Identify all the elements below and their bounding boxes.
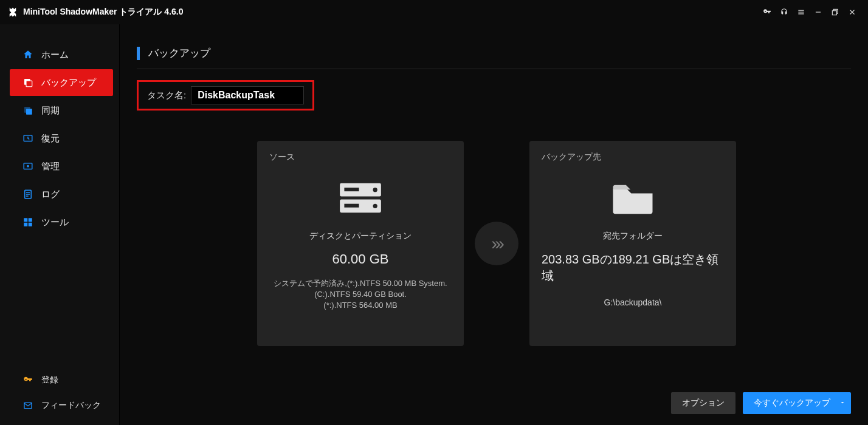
- cards-row: ソース ディスクとパーティション 60.00 GB システムで予約済み,(*:)…: [137, 141, 851, 346]
- svg-rect-2: [832, 11, 836, 15]
- tools-icon: [22, 216, 34, 228]
- app-title: MiniTool ShadowMaker トライアル 4.6.0: [23, 7, 183, 18]
- destination-path: G:\backupdata\: [604, 298, 662, 307]
- backup-now-button[interactable]: 今すぐバックアップ: [743, 392, 851, 414]
- sidebar-item-label: バックアップ: [41, 77, 96, 89]
- footer-buttons: オプション 今すぐバックアップ: [671, 392, 851, 414]
- manage-icon: [22, 160, 34, 172]
- source-subtitle: ディスクとパーティション: [309, 231, 412, 242]
- svg-point-18: [373, 188, 377, 192]
- sidebar-item-sync[interactable]: 同期: [10, 97, 113, 124]
- app-logo-icon: [7, 7, 18, 18]
- home-icon: [22, 49, 34, 61]
- svg-rect-12: [29, 218, 32, 222]
- sidebar-item-label: ログ: [41, 189, 60, 200]
- backup-now-label: 今すぐバックアップ: [754, 398, 830, 409]
- destination-header: バックアップ先: [542, 152, 601, 163]
- sidebar-item-log[interactable]: ログ: [10, 181, 113, 208]
- minimize-icon[interactable]: [810, 4, 827, 21]
- folder-icon: [608, 177, 657, 219]
- sidebar-item-label: フィードバック: [41, 400, 101, 411]
- svg-rect-4: [26, 81, 32, 87]
- destination-card[interactable]: バックアップ先 宛先フォルダー 203.83 GBの189.21 GBは空き領域…: [529, 141, 736, 346]
- key-icon: [22, 374, 34, 386]
- mail-icon: [22, 399, 34, 412]
- svg-point-20: [373, 204, 377, 208]
- sync-icon: [22, 104, 34, 117]
- disk-icon: [336, 177, 385, 219]
- options-button-label: オプション: [682, 398, 725, 409]
- arrow-icon: ›››: [475, 222, 518, 265]
- sidebar-item-label: 登録: [41, 375, 58, 386]
- sidebar-item-label: 管理: [41, 161, 60, 172]
- app-body: ホーム バックアップ 同期 復元: [0, 24, 868, 425]
- task-name-input[interactable]: [191, 86, 304, 104]
- sidebar-item-backup[interactable]: バックアップ: [10, 69, 113, 96]
- page-title-row: バックアップ: [137, 46, 851, 69]
- svg-rect-19: [344, 204, 359, 208]
- destination-summary: 203.83 GBの189.21 GBは空き領域: [542, 251, 724, 284]
- sidebar-feedback[interactable]: フィードバック: [10, 393, 113, 418]
- headset-icon[interactable]: [776, 4, 793, 21]
- sidebar-item-label: 復元: [41, 133, 60, 144]
- key-icon[interactable]: [759, 4, 776, 21]
- sidebar-item-tools[interactable]: ツール: [10, 209, 113, 236]
- page-title: バックアップ: [148, 46, 210, 60]
- sidebar: ホーム バックアップ 同期 復元: [0, 24, 120, 425]
- main-area: バックアップ タスク名: ソース: [120, 24, 868, 425]
- menu-icon[interactable]: [793, 4, 810, 21]
- source-detail: システムで予約済み,(*:).NTFS 50.00 MB System. (C:…: [274, 278, 447, 311]
- source-size: 60.00 GB: [332, 251, 389, 267]
- sidebar-item-restore[interactable]: 復元: [10, 125, 113, 152]
- maximize-icon[interactable]: [827, 4, 844, 21]
- svg-rect-6: [26, 109, 32, 115]
- svg-rect-14: [29, 223, 32, 226]
- log-icon: [22, 188, 34, 200]
- svg-point-9: [27, 165, 29, 168]
- source-header: ソース: [269, 152, 295, 163]
- sidebar-register[interactable]: 登録: [10, 368, 113, 392]
- sidebar-item-manage[interactable]: 管理: [10, 153, 113, 180]
- sidebar-item-label: ツール: [41, 217, 69, 228]
- page-title-accent: [137, 47, 140, 60]
- chevron-down-icon: [839, 398, 846, 408]
- svg-rect-17: [344, 188, 359, 191]
- close-icon[interactable]: [844, 4, 861, 21]
- destination-subtitle: 宛先フォルダー: [603, 231, 663, 242]
- options-button[interactable]: オプション: [671, 392, 735, 414]
- svg-rect-11: [24, 218, 27, 222]
- svg-rect-0: [816, 12, 821, 12]
- svg-rect-13: [24, 223, 27, 226]
- titlebar: MiniTool ShadowMaker トライアル 4.6.0: [0, 0, 868, 24]
- task-name-frame: タスク名:: [137, 80, 314, 110]
- sidebar-item-label: 同期: [41, 105, 60, 117]
- sidebar-item-label: ホーム: [41, 49, 69, 61]
- restore-icon: [22, 132, 34, 144]
- task-name-label: タスク名:: [147, 90, 186, 101]
- source-card[interactable]: ソース ディスクとパーティション 60.00 GB システムで予約済み,(*:)…: [257, 141, 464, 346]
- sidebar-item-home[interactable]: ホーム: [10, 41, 113, 68]
- backup-icon: [22, 76, 34, 89]
